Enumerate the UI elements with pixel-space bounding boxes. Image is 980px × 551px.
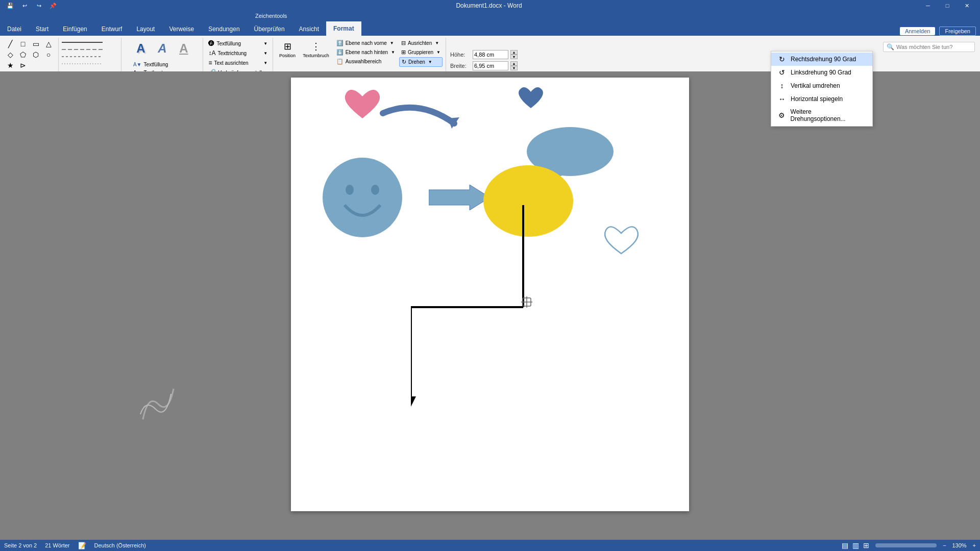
menu-item-vertikal[interactable]: ↕ Vertikal umdrehen bbox=[771, 79, 872, 92]
quick-access-toolbar[interactable]: 💾 ↩ ↪ 📌 bbox=[4, 0, 59, 11]
connector-shape[interactable] bbox=[411, 205, 533, 409]
width-input[interactable] bbox=[473, 61, 508, 70]
view-read-icon[interactable]: ⊞ bbox=[863, 541, 869, 549]
menu-item-weitere[interactable]: ⚙ Weitere Drehungsoptionen... bbox=[771, 106, 872, 125]
position-btn[interactable]: ⊞ Position bbox=[276, 39, 299, 60]
tab-ansicht[interactable]: Ansicht bbox=[292, 22, 326, 36]
zoom-level: 130% bbox=[950, 542, 969, 548]
width-spinner[interactable]: ▲ ▼ bbox=[510, 61, 518, 70]
line-dashed2[interactable] bbox=[62, 54, 103, 60]
tab-ueberpruefen[interactable]: Überprüfen bbox=[247, 22, 292, 36]
status-bar: Seite 2 von 2 21 Wörter 📝 Deutsch (Öster… bbox=[0, 540, 980, 551]
search-input[interactable] bbox=[896, 44, 971, 50]
svg-point-6 bbox=[346, 185, 354, 195]
shape-rect[interactable]: □ bbox=[17, 39, 29, 49]
ebene-hinten-btn[interactable]: ⬇️ Ebene nach hinten ▼ bbox=[334, 48, 397, 57]
flip-horizontal-icon: ↔ bbox=[777, 95, 787, 103]
position-icon: ⊞ bbox=[284, 41, 291, 52]
heart-blue-shape[interactable] bbox=[516, 83, 546, 113]
minimize-btn[interactable]: ─ bbox=[919, 0, 937, 11]
wordart-a3-btn[interactable]: A bbox=[174, 39, 193, 58]
line-solid[interactable] bbox=[62, 39, 103, 45]
height-up[interactable]: ▲ bbox=[510, 50, 518, 55]
close-btn[interactable]: ✕ bbox=[958, 0, 976, 11]
tab-einfuegen[interactable]: Einfügen bbox=[56, 22, 94, 36]
save-btn[interactable]: 💾 bbox=[4, 0, 16, 11]
heart-pink-shape[interactable] bbox=[342, 85, 383, 123]
rotation-left-icon: ↺ bbox=[777, 68, 787, 77]
shape-hex[interactable]: ⬡ bbox=[30, 49, 42, 60]
shape-chevron[interactable]: ⊳ bbox=[17, 60, 29, 70]
curved-arrow-shape[interactable] bbox=[373, 103, 464, 169]
view-normal-icon[interactable]: ▤ bbox=[842, 541, 848, 549]
height-spinner[interactable]: ▲ ▼ bbox=[510, 50, 518, 59]
freigeben-btn[interactable]: Freigeben bbox=[939, 27, 976, 36]
page-info: Seite 2 von 2 bbox=[4, 542, 37, 548]
doc-area bbox=[0, 71, 980, 540]
more-options-icon: ⚙ bbox=[777, 111, 787, 119]
shape-star[interactable]: ★ bbox=[4, 60, 16, 70]
title-bar: 💾 ↩ ↪ 📌 Dokument1.docx - Word ─ □ ✕ bbox=[0, 0, 980, 11]
logo-shape bbox=[133, 384, 184, 424]
line-dashed3[interactable] bbox=[62, 61, 103, 67]
menu-item-rechtsdrehung[interactable]: ↻ Rechtsdrehung 90 Grad bbox=[771, 53, 872, 66]
window-title: Dokument1.docx - Word bbox=[59, 2, 919, 9]
context-bar-label: Zeichentools bbox=[255, 13, 287, 19]
view-web-icon[interactable]: ▥ bbox=[852, 541, 859, 549]
gruppieren-btn[interactable]: ⊞ Gruppieren ▼ bbox=[399, 48, 443, 57]
search-bar[interactable]: 🔍 bbox=[883, 42, 975, 52]
tab-sendungen[interactable]: Sendungen bbox=[201, 22, 247, 36]
textumbruch-btn[interactable]: ⋮ Textumbruch bbox=[300, 39, 332, 60]
language-info[interactable]: Deutsch (Österreich) bbox=[94, 542, 146, 548]
tab-verweise[interactable]: Verweise bbox=[162, 22, 201, 36]
group-formenarten-content: ↘ bbox=[62, 39, 118, 74]
height-label: Höhe: bbox=[450, 52, 471, 58]
maximize-btn[interactable]: □ bbox=[938, 0, 957, 11]
textumbruch-icon: ⋮ bbox=[311, 41, 321, 52]
menu-item-horizontal[interactable]: ↔ Horizontal spiegeln bbox=[771, 92, 872, 106]
svg-marker-8 bbox=[448, 117, 459, 129]
shape-rect2[interactable]: ▭ bbox=[30, 39, 42, 49]
redo-btn[interactable]: ↪ bbox=[33, 0, 45, 11]
svg-marker-16 bbox=[411, 396, 416, 407]
shape-diamond[interactable]: ◇ bbox=[4, 49, 16, 60]
shape-pent[interactable]: ⬠ bbox=[17, 49, 29, 60]
ebene-vorne-btn[interactable]: ⬆️ Ebene nach vorne ▼ bbox=[334, 39, 397, 47]
height-input[interactable] bbox=[473, 50, 508, 59]
spell-check-icon[interactable]: 📝 bbox=[78, 542, 86, 549]
menu-item-linksdrehung[interactable]: ↺ Linksdrehung 90 Grad bbox=[771, 66, 872, 79]
ribbon-tabs[interactable]: Datei Start Einfügen Entwurf Layout Verw… bbox=[0, 20, 980, 36]
zoom-out-btn[interactable]: − bbox=[943, 542, 946, 548]
shape-circle[interactable]: ○ bbox=[42, 49, 55, 60]
zoom-in-btn[interactable]: + bbox=[973, 542, 976, 548]
tab-layout[interactable]: Layout bbox=[129, 22, 162, 36]
ausrichten-btn[interactable]: ⊟ Ausrichten ▼ bbox=[399, 39, 443, 47]
height-down[interactable]: ▼ bbox=[510, 55, 518, 59]
width-up[interactable]: ▲ bbox=[510, 61, 518, 66]
move-cursor bbox=[521, 296, 533, 308]
auswahlbereich-btn[interactable]: 📋 Auswahlbereich bbox=[334, 57, 397, 66]
line-dashed1[interactable] bbox=[62, 46, 103, 53]
tab-entwurf[interactable]: Entwurf bbox=[94, 22, 130, 36]
window-controls[interactable]: ─ □ ✕ bbox=[919, 0, 976, 11]
wordart-a1-btn[interactable]: A bbox=[131, 39, 151, 58]
shape-line[interactable]: ╱ bbox=[4, 39, 16, 49]
heart-outline-shape[interactable] bbox=[602, 223, 641, 259]
undo-btn[interactable]: ↩ bbox=[18, 0, 31, 11]
shape-tri[interactable]: △ bbox=[42, 39, 55, 49]
tab-format[interactable]: Format bbox=[326, 21, 361, 36]
textrichtung-btn[interactable]: ↕A Texttrichtung ▼ bbox=[206, 48, 270, 58]
page bbox=[291, 78, 689, 511]
wordart-a2-btn[interactable]: A bbox=[153, 39, 172, 58]
textfuellung-btn[interactable]: A▼ Textfüllung bbox=[131, 61, 193, 68]
pin-btn[interactable]: 📌 bbox=[47, 0, 59, 11]
text-ausrichten-btn[interactable]: ≡ Text ausrichten ▼ bbox=[206, 58, 270, 67]
rotation-icon: ↻ bbox=[777, 55, 787, 63]
width-down[interactable]: ▼ bbox=[510, 66, 518, 70]
flip-vertical-icon: ↕ bbox=[777, 82, 787, 90]
anmelden-btn[interactable]: Anmelden bbox=[900, 27, 936, 35]
tab-start[interactable]: Start bbox=[29, 22, 56, 36]
tab-datei[interactable]: Datei bbox=[0, 22, 29, 36]
textfuellung2-btn[interactable]: 🅐 Textfüllung ▼ bbox=[206, 39, 270, 48]
drehen-btn[interactable]: ↻ Drehen ▼ bbox=[399, 57, 443, 67]
